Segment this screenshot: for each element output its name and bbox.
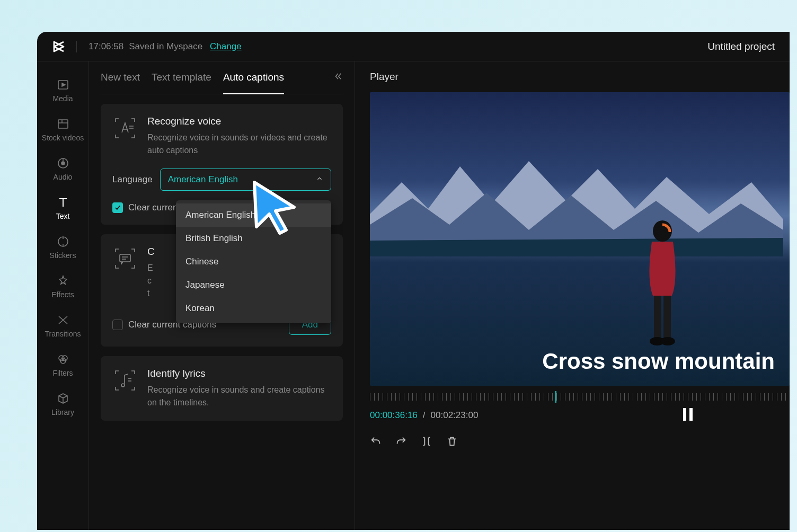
identify-lyrics-card: Identify lyrics Recognize voice in sound… [101,356,343,421]
player-panel: Player Cross snow mountain [355,61,790,530]
sidebar-item-audio[interactable]: Audio [37,149,88,189]
language-option[interactable]: Chinese [176,250,331,273]
recognize-voice-icon [112,116,138,141]
sidebar-item-media[interactable]: Media [37,71,88,110]
video-preview[interactable]: Cross snow mountain [370,92,790,386]
player-toolbar [370,436,790,454]
text-panel: New text Text template Auto captions [89,61,355,530]
redo-button[interactable] [395,436,407,447]
svg-marker-1 [62,83,65,86]
identify-lyrics-desc: Recognize voice in sounds and create cap… [147,384,331,409]
tab-text-template[interactable]: Text template [152,61,211,94]
separator [76,41,77,52]
language-dropdown: American English British English Chinese… [176,200,331,323]
sidebar-item-stickers[interactable]: Stickers [37,228,88,267]
captions-card-desc: Ect [147,262,155,300]
sidebar-item-text[interactable]: Text [37,189,88,228]
sidebar-item-label: Transitions [45,330,81,338]
clear-captions-checkbox[interactable] [112,202,123,213]
svg-rect-21 [663,296,671,338]
svg-rect-25 [689,408,693,421]
language-select[interactable]: American English [160,169,331,191]
captions-card-title: C [147,246,155,258]
sidebar-item-label: Media [52,94,73,103]
caption-icon [112,246,138,271]
delete-button[interactable] [446,436,458,447]
sidebar-item-label: Filters [52,369,73,377]
sidebar-item-effects[interactable]: Effects [37,267,88,306]
clear-captions-checkbox-2[interactable] [112,320,123,330]
playhead[interactable] [555,391,556,403]
recognize-voice-title: Recognize voice [147,116,331,127]
collapse-panel-icon[interactable] [333,72,343,84]
tab-auto-captions[interactable]: Auto captions [223,61,284,94]
save-status: Saved in Myspace [129,41,202,52]
current-time: 00:00:36:16 [370,410,418,421]
topbar: 17:06:58 Saved in Myspace Change Untitle… [37,32,790,61]
recognize-voice-desc: Recognize voice in sounds or videos and … [147,131,331,157]
save-timestamp: 17:06:58 [88,41,123,52]
svg-point-23 [660,337,675,345]
undo-button[interactable] [370,436,382,447]
svg-rect-14 [120,254,130,262]
project-title[interactable]: Untitled project [707,41,775,52]
identify-lyrics-title: Identify lyrics [147,368,331,379]
recognize-voice-card: Recognize voice Recognize voice in sound… [101,104,343,225]
sidebar-item-filters[interactable]: Filters [37,345,88,385]
language-option[interactable]: American English [176,203,331,227]
panel-tabs: New text Text template Auto captions [101,61,343,94]
app-logo-icon [52,40,66,54]
language-option[interactable]: British English [176,227,331,250]
split-button[interactable] [421,436,432,447]
sidebar-item-label: Audio [54,173,73,181]
lyrics-icon [112,368,138,393]
sidebar-item-stock-videos[interactable]: Stock videos [37,110,88,149]
sidebar-item-label: Stickers [50,251,76,260]
svg-rect-24 [683,408,686,421]
sidebar-item-label: Library [51,408,74,416]
person-silhouette [636,216,689,354]
clear-captions-label: Clear current captions [128,202,176,213]
pause-button[interactable] [681,407,694,424]
svg-rect-20 [654,296,661,338]
timeline-ruler[interactable] [370,391,790,403]
sidebar-item-library[interactable]: Library [37,385,88,424]
chevron-up-icon [316,174,323,185]
sidebar-item-label: Text [56,212,70,220]
language-label: Language [112,174,153,185]
sidebar: Media Stock videos Audio Text Stickers E… [37,61,89,530]
language-selected-value: American English [168,174,238,185]
mountain-scene [370,150,783,256]
total-time: 00:02:23:00 [431,410,479,421]
tab-new-text[interactable]: New text [101,61,140,94]
sidebar-item-label: Stock videos [42,134,84,142]
time-separator: / [423,410,426,421]
sidebar-item-label: Effects [51,290,74,299]
language-option[interactable]: Korean [176,297,331,320]
svg-point-6 [61,162,65,165]
change-link[interactable]: Change [210,41,242,52]
video-caption-text: Cross snow mountain [542,349,775,374]
time-display: 00:00:36:16 / 00:02:23:00 [370,407,790,424]
svg-rect-2 [58,120,68,128]
language-option[interactable]: Japanese [176,273,331,297]
sidebar-item-transitions[interactable]: Transitions [37,306,88,345]
app-window: 17:06:58 Saved in Myspace Change Untitle… [37,32,790,530]
player-title: Player [370,71,790,83]
